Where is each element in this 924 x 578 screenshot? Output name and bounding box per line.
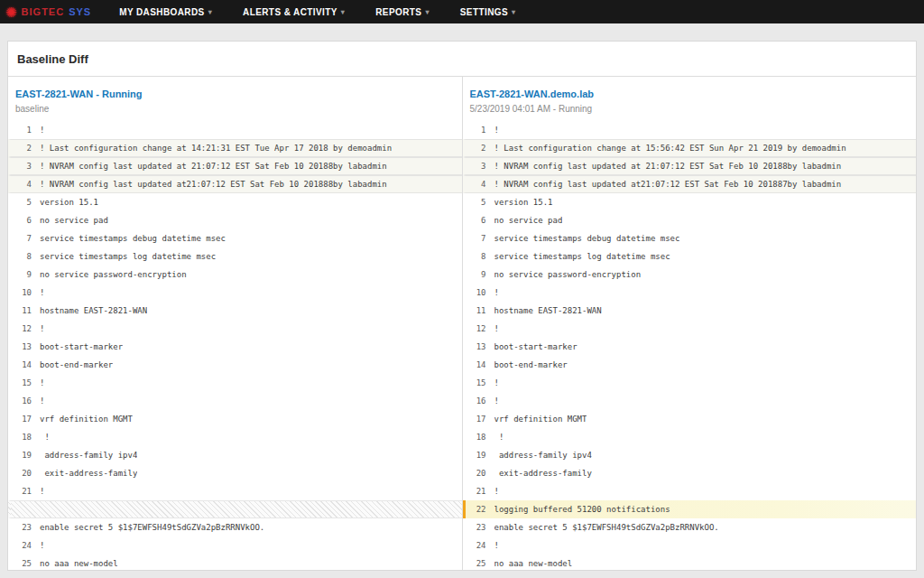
line-text: ! NVRAM config last updated at21:07:12 E… [494,180,842,189]
baseline-config-link[interactable]: EAST-2821-WAN - Running [15,89,143,99]
line-number: 6 [466,216,494,225]
menu-item-alerts-activity[interactable]: ALERTS & ACTIVITY▾ [227,0,360,23]
line-number: 1 [466,126,494,135]
diff-row: 16! [8,392,462,410]
chevron-down-icon: ▾ [512,8,515,16]
menu-item-settings[interactable]: SETTINGS▾ [445,0,531,23]
line-number: 19 [11,451,40,460]
top-nav: ✺ BIGTEC SYS MY DASHBOARDS▾ALERTS & ACTI… [0,0,924,23]
line-text: ! Last configuration change at 14:21:31 … [40,144,392,153]
diff-row: 6no service pad [463,211,917,229]
line-number: 7 [466,234,494,243]
line-text: exit-address-family [40,469,137,478]
line-number: 3 [466,162,494,171]
diff-row-changed: 3! NVRAM config last updated at 21:07:12… [463,157,917,175]
diff-row: 24! [463,536,917,555]
line-text: version 15.1 [40,198,98,207]
line-text: ! [494,126,499,135]
line-number: 25 [11,559,40,568]
line-text: ! NVRAM config last updated at 21:07:12 … [40,162,387,171]
line-text: no service password-encryption [40,270,187,279]
line-number: 23 [466,523,494,532]
line-number: 2 [11,144,40,153]
line-number: 21 [11,487,40,496]
diff-row: 13boot-start-marker [463,338,917,356]
brand-logo[interactable]: ✺ BIGTEC SYS [0,0,104,23]
diff-row: 21! [8,482,462,500]
diff-row: 18 ! [463,428,917,446]
diff-row: 5version 15.1 [8,193,462,211]
diff-row-changed: 3! NVRAM config last updated at 21:07:12… [8,157,462,175]
diff-row: 23enable secret 5 $1$7EWFSH49tSdGZVa2pBz… [8,518,462,536]
line-number: 16 [466,396,494,406]
chevron-down-icon: ▾ [425,8,429,16]
line-number: 8 [466,252,494,261]
diff-row: 8service timestamps log datetime msec [8,247,462,266]
diff-row: 10! [8,284,462,302]
diff-row: 15! [463,374,917,392]
line-text: ! [494,541,499,550]
diff-row-changed: 2! Last configuration change at 14:21:31… [8,139,462,157]
line-number: 5 [11,198,40,207]
line-text: address-family ipv4 [40,451,137,460]
line-number: 21 [466,487,494,496]
line-number: 3 [11,162,40,171]
baseline-diff-card: Baseline Diff EAST-2821-WAN - Running ba… [7,41,917,571]
line-text: address-family ipv4 [494,451,592,460]
line-number: 7 [11,234,40,243]
card-header: Baseline Diff [8,42,916,77]
diff-row: 8service timestamps log datetime msec [463,247,917,266]
menu-item-label: SETTINGS [460,7,508,17]
pane-subtitle: baseline [15,104,455,114]
line-number: 14 [466,360,494,369]
line-text: ! [40,378,44,387]
page-body: Baseline Diff EAST-2821-WAN - Running ba… [0,23,924,578]
diff-row: 5version 15.1 [463,193,917,211]
line-number: 22 [466,505,494,514]
comparison-config-link[interactable]: EAST-2821-WAN.demo.lab [470,89,595,99]
logo-icon: ✺ [5,5,17,19]
line-text: boot-start-marker [40,342,123,351]
line-text: ! [40,288,44,297]
line-text: ! [494,288,499,297]
line-number: 24 [11,541,40,550]
line-text: no service pad [40,216,108,225]
line-number: 15 [11,378,40,387]
line-text: ! [40,126,44,135]
diff-row: 12! [8,320,462,338]
diff-row: 1! [463,121,917,139]
line-text: ! [494,324,499,333]
line-number: 1 [11,126,40,135]
menu-item-reports[interactable]: REPORTS▾ [360,0,445,23]
line-text: no aaa new-model [494,559,573,568]
diff-row: 11hostname EAST-2821-WAN [463,302,917,320]
line-number: 15 [466,378,494,387]
line-number: 18 [11,433,40,442]
diff-pane-baseline: EAST-2821-WAN - Running baseline 1!2! La… [8,77,462,571]
line-number: 16 [11,396,40,406]
diff-row: 18 ! [8,428,462,446]
diff-row: 9no service password-encryption [8,266,462,284]
line-number: 9 [11,270,40,279]
line-text: ! Last configuration change at 15:56:42 … [494,144,846,153]
diff-row: 7service timestamps debug datetime msec [463,229,917,247]
chevron-down-icon: ▾ [341,8,345,16]
line-number: 19 [466,451,494,460]
line-text: hostname EAST-2821-WAN [40,306,147,315]
line-text: service timestamps debug datetime msec [40,234,226,243]
line-text: no aaa new-model [40,559,118,568]
line-number: 13 [466,342,494,351]
line-text: ! [40,396,44,406]
line-text: vrf definition MGMT [494,415,587,424]
diff-row: 19 address-family ipv4 [8,446,462,464]
diff-row: 11hostname EAST-2821-WAN [8,302,462,320]
line-number: 6 [11,216,40,225]
main-menu: MY DASHBOARDS▾ALERTS & ACTIVITY▾REPORTS▾… [104,0,531,23]
line-number: 12 [466,324,494,333]
line-text: service timestamps log datetime msec [40,252,216,261]
menu-item-my-dashboards[interactable]: MY DASHBOARDS▾ [104,0,227,23]
line-number: 8 [11,252,40,261]
line-number: 18 [466,433,494,442]
diff-row: 12! [463,320,917,338]
line-number: 10 [11,288,40,297]
